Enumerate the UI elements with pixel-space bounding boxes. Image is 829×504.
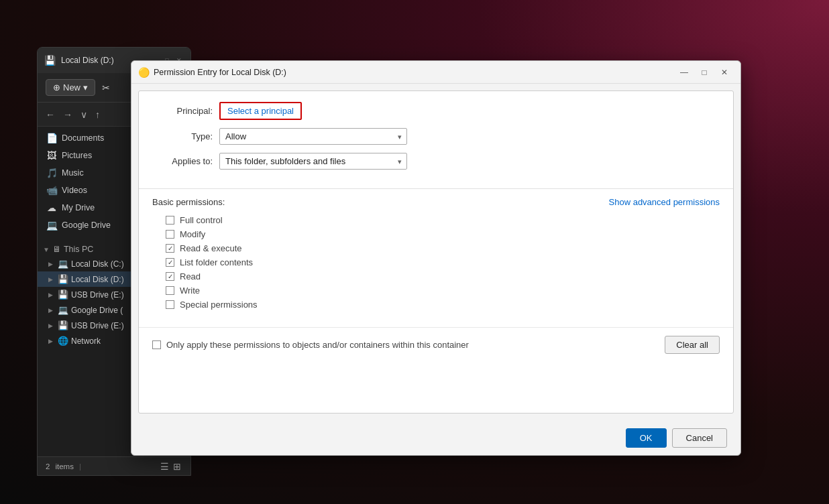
documents-icon: 📄 [46, 133, 58, 143]
principal-label: Principal: [152, 106, 213, 116]
perm-special: Special permissions [152, 300, 720, 310]
applies-to-select[interactable]: This folder, subfolders and files This f… [219, 153, 407, 170]
perm-modify: Modify [152, 229, 720, 239]
perm-write-label: Write [180, 286, 200, 296]
googledrive-label: Google Drive [62, 220, 111, 230]
dialog-footer: OK Cancel [131, 420, 740, 455]
this-pc-label: This PC [64, 245, 93, 254]
perm-list-folder-checkbox[interactable] [166, 258, 174, 267]
cancel-button[interactable]: Cancel [672, 428, 727, 448]
videos-icon: 📹 [46, 185, 58, 196]
back-button[interactable]: ← [43, 107, 58, 123]
new-plus-icon: ⊕ [53, 82, 60, 92]
show-advanced-link[interactable]: Show advanced permissions [609, 197, 720, 207]
perm-full-control: Full control [152, 215, 720, 225]
applies-to-label: Applies to: [152, 156, 213, 166]
explorer-title-icon: 💾 [44, 55, 56, 66]
local-c-expand: ▶ [48, 261, 55, 267]
usb-e2-icon: 💾 [58, 320, 68, 330]
perm-write: Write [152, 286, 720, 296]
permission-dialog: 🟡 Permission Entry for Local Disk (D:) —… [131, 60, 741, 456]
videos-label: Videos [62, 186, 87, 195]
only-apply-row: Only apply these permissions to objects … [139, 327, 733, 362]
dialog-minimize-btn[interactable]: — [675, 63, 694, 82]
perm-modify-label: Modify [180, 229, 205, 239]
dialog-title-text: Permission Entry for Local Disk (D:) [154, 68, 675, 77]
google-expand: ▶ [48, 307, 55, 314]
local-c-label: Local Disk (C:) [71, 259, 124, 269]
mydrive-label: My Drive [62, 203, 95, 212]
clear-all-button[interactable]: Clear all [665, 336, 720, 354]
type-select-wrapper: Allow Deny [219, 128, 407, 145]
perm-read-execute: Read & execute [152, 243, 720, 253]
this-pc-icon: 🖥 [52, 245, 61, 254]
perm-modify-checkbox[interactable] [166, 230, 174, 239]
pictures-label: Pictures [62, 151, 92, 160]
this-pc-expand-icon: ▼ [43, 246, 50, 253]
music-label: Music [62, 168, 84, 178]
status-separator: | [79, 462, 81, 470]
dialog-title-icon: 🟡 [138, 67, 150, 78]
perm-read-execute-checkbox[interactable] [166, 244, 174, 253]
local-d-expand: ▶ [48, 276, 55, 283]
mydrive-icon: ☁ [46, 202, 58, 213]
new-chevron-icon: ▾ [83, 82, 88, 92]
scissors-icon[interactable]: ✂ [102, 82, 110, 93]
usb-e-expand: ▶ [48, 292, 55, 298]
forward-button[interactable]: → [60, 107, 75, 123]
ok-button[interactable]: OK [626, 428, 667, 448]
new-label: New [63, 82, 80, 92]
applies-to-select-wrapper: This folder, subfolders and files This f… [219, 153, 407, 170]
dialog-body: Principal: Select a principal Type: Allo… [138, 90, 734, 414]
usb-e-label: USB Drive (E:) [71, 290, 124, 300]
permissions-title: Basic permissions: [152, 197, 225, 207]
local-d-icon: 💾 [58, 274, 68, 284]
network-label: Network [71, 336, 101, 346]
up-button[interactable]: ↑ [93, 107, 103, 123]
perm-write-checkbox[interactable] [166, 286, 174, 295]
google-icon: 💻 [58, 305, 68, 315]
perm-read: Read [152, 271, 720, 281]
statusbar: 2 items | ☰ ⊞ [38, 456, 190, 475]
dialog-restore-btn[interactable]: □ [695, 63, 714, 82]
permissions-header: Basic permissions: Show advanced permiss… [152, 197, 720, 207]
perm-list-folder-label: List folder contents [180, 257, 253, 267]
network-icon: 🌐 [58, 336, 68, 346]
google-label: Google Drive ( [71, 306, 123, 315]
only-apply-checkbox[interactable] [152, 340, 161, 349]
local-d-label: Local Disk (D:) [71, 275, 124, 284]
view-grid-button[interactable]: ⊞ [172, 460, 182, 473]
type-row: Type: Allow Deny [152, 128, 720, 145]
dialog-titlebar: 🟡 Permission Entry for Local Disk (D:) —… [131, 61, 740, 84]
perm-special-label: Special permissions [180, 300, 258, 310]
dialog-form: Principal: Select a principal Type: Allo… [139, 91, 733, 189]
view-icons: ☰ ⊞ [159, 460, 182, 473]
usb-e-icon: 💾 [58, 290, 68, 300]
new-button[interactable]: ⊕ New ▾ [46, 79, 95, 96]
perm-read-checkbox[interactable] [166, 272, 174, 281]
googledrive-icon: 💻 [46, 220, 58, 231]
status-count: 2 [46, 462, 50, 470]
dialog-win-controls: — □ ✕ [675, 63, 734, 82]
perm-read-execute-label: Read & execute [180, 243, 242, 253]
local-c-icon: 💻 [58, 259, 68, 269]
down-button[interactable]: ∨ [78, 107, 90, 123]
view-list-button[interactable]: ☰ [159, 460, 170, 473]
perm-full-control-label: Full control [180, 215, 223, 225]
perm-full-control-checkbox[interactable] [166, 216, 174, 225]
usb-e2-expand: ▶ [48, 322, 55, 329]
pictures-icon: 🖼 [46, 150, 58, 161]
select-principal-button[interactable]: Select a principal [219, 102, 302, 120]
perm-special-checkbox[interactable] [166, 300, 174, 309]
usb-e2-label: USB Drive (E:) [71, 321, 124, 330]
music-icon: 🎵 [46, 168, 58, 178]
only-apply-label: Only apply these permissions to objects … [166, 340, 469, 350]
status-label: items [55, 462, 73, 470]
dialog-close-btn[interactable]: ✕ [715, 63, 734, 82]
type-label: Type: [152, 131, 213, 141]
network-expand: ▶ [48, 338, 55, 344]
perm-read-label: Read [180, 271, 201, 281]
applies-to-row: Applies to: This folder, subfolders and … [152, 153, 720, 170]
type-select[interactable]: Allow Deny [219, 128, 407, 145]
permissions-section: Basic permissions: Show advanced permiss… [139, 189, 733, 322]
